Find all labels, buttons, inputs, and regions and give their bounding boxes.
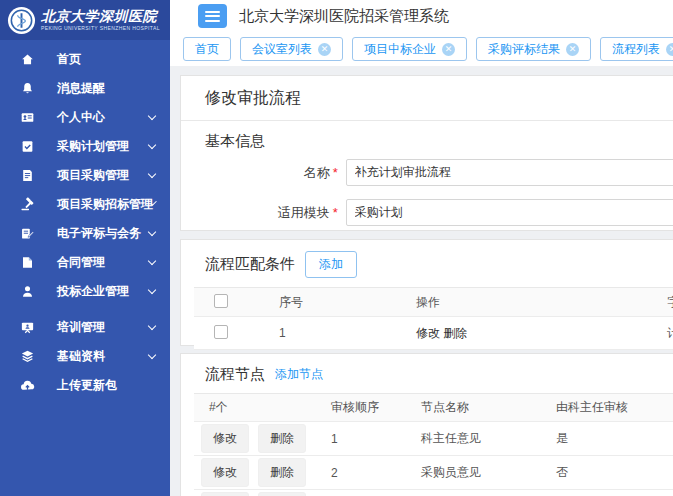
sidebar-item-home[interactable]: 首页 xyxy=(0,45,170,74)
row-actions[interactable]: 修改 删除 xyxy=(395,325,646,342)
basic-info-section-title: 基本信息 xyxy=(205,132,655,151)
tab-bar: 首页 会议室列表 ✕ 项目中标企业 ✕ 采购评标结果 ✕ 流程列表 ✕ 流程 ✕ xyxy=(170,32,673,66)
tab-project-winning-bidders[interactable]: 项目中标企业 ✕ xyxy=(352,37,467,61)
sidebar-item-base-data[interactable]: 基础资料 xyxy=(0,342,170,371)
edit-node-button[interactable]: 修改 xyxy=(201,492,249,496)
table-row: 修改 删除 1 科主任意见 是 xyxy=(194,422,673,456)
flow-nodes-table: #个 审核顺序 节点名称 由科主任审核 修改 删除 1 科主任意见 是 修改 删… xyxy=(194,393,673,496)
user-icon xyxy=(20,284,35,299)
flow-nodes-panel: 流程节点 添加节点 #个 审核顺序 节点名称 由科主任审核 修改 删除 1 科主… xyxy=(180,353,673,496)
contract-icon xyxy=(20,255,35,270)
close-icon[interactable]: ✕ xyxy=(666,43,673,56)
column-header-order: 审核顺序 xyxy=(316,399,406,416)
tab-evaluation-results[interactable]: 采购评标结果 ✕ xyxy=(476,37,591,61)
sidebar-item-label: 采购计划管理 xyxy=(57,138,149,155)
table-header-row: 序号 操作 字 xyxy=(194,287,673,317)
page-title: 修改审批流程 xyxy=(181,76,673,121)
column-header-name: 节点名称 xyxy=(406,399,541,416)
chevron-down-icon xyxy=(148,228,156,236)
table-row: 1 修改 删除 计 xyxy=(194,317,673,350)
sidebar-item-contract[interactable]: 合同管理 xyxy=(0,248,170,277)
add-node-link[interactable]: 添加节点 xyxy=(275,366,323,383)
bell-icon xyxy=(20,81,35,96)
sidebar-item-project-procurement[interactable]: 项目采购管理 xyxy=(0,161,170,190)
cloud-upload-icon xyxy=(20,378,35,393)
sidebar-item-label: 项目采购管理 xyxy=(57,167,149,184)
clipboard-check-icon xyxy=(20,139,35,154)
column-header-dept-head: 由科主任审核 xyxy=(541,399,673,416)
order-cell: 1 xyxy=(316,432,406,446)
select-all-checkbox[interactable] xyxy=(214,294,228,308)
home-icon xyxy=(20,52,35,67)
top-header: 北京大学深圳医院招采管理系统 xyxy=(170,0,673,32)
table-row-clipped: 修改 删除 xyxy=(194,490,673,496)
tab-label: 流程列表 xyxy=(612,41,660,58)
sidebar-item-label: 投标企业管理 xyxy=(57,283,149,300)
layers-icon xyxy=(20,349,35,364)
delete-node-button[interactable]: 删除 xyxy=(258,458,306,487)
hamburger-menu-button[interactable] xyxy=(198,4,227,28)
app-window: 北京大学深圳医院 PEKING UNIVERSITY SHENZHEN HOSP… xyxy=(0,0,673,496)
edit-node-button[interactable]: 修改 xyxy=(201,424,249,453)
sidebar-menu: 首页 消息提醒 个人中心 采购计划管理 项目采购管理 xyxy=(0,40,170,400)
required-asterisk: * xyxy=(333,205,338,220)
seq-cell: 1 xyxy=(258,326,395,340)
order-cell: 2 xyxy=(316,466,406,480)
sidebar-item-label: 个人中心 xyxy=(57,109,149,126)
required-asterisk: * xyxy=(333,165,338,180)
table-row: 修改 删除 2 采购员意见 否 xyxy=(194,456,673,490)
sidebar-item-e-evaluation[interactable]: 电子评标与会务 xyxy=(0,219,170,248)
tab-process-list[interactable]: 流程列表 ✕ xyxy=(600,37,673,61)
add-condition-button[interactable]: 添加 xyxy=(305,251,357,278)
close-icon[interactable]: ✕ xyxy=(566,43,579,56)
module-input[interactable] xyxy=(346,199,673,226)
sidebar-item-profile[interactable]: 个人中心 xyxy=(0,103,170,132)
name-field-label: 名称* xyxy=(181,164,338,182)
sidebar-item-label: 消息提醒 xyxy=(57,80,155,97)
tab-home[interactable]: 首页 xyxy=(183,37,231,61)
sidebar-header: 北京大学深圳医院 PEKING UNIVERSITY SHENZHEN HOSP… xyxy=(0,0,170,40)
close-icon[interactable]: ✕ xyxy=(318,43,331,56)
close-icon[interactable]: ✕ xyxy=(442,43,455,56)
tab-label: 首页 xyxy=(195,41,219,58)
delete-node-button[interactable]: 删除 xyxy=(258,424,306,453)
gavel-icon xyxy=(20,197,35,212)
column-header-seq: 序号 xyxy=(258,294,395,311)
chevron-down-icon xyxy=(148,170,156,178)
presentation-icon xyxy=(20,320,35,335)
sidebar-item-procurement-plan[interactable]: 采购计划管理 xyxy=(0,132,170,161)
match-conditions-title: 流程匹配条件 xyxy=(205,255,295,274)
chevron-down-icon xyxy=(148,351,156,359)
chevron-down-icon xyxy=(148,141,156,149)
flow-nodes-title: 流程节点 xyxy=(205,365,265,384)
hospital-logo-icon xyxy=(7,6,36,35)
sidebar: 北京大学深圳医院 PEKING UNIVERSITY SHENZHEN HOSP… xyxy=(0,0,170,496)
edit-node-button[interactable]: 修改 xyxy=(201,458,249,487)
app-title: 北京大学深圳医院招采管理系统 xyxy=(239,7,449,26)
sidebar-item-label: 电子评标与会务 xyxy=(57,225,149,242)
tab-label: 项目中标企业 xyxy=(364,41,436,58)
sidebar-item-label: 培训管理 xyxy=(57,319,149,336)
match-conditions-table: 序号 操作 字 1 修改 删除 计 xyxy=(194,287,673,350)
edit-process-panel: 修改审批流程 基本信息 名称* 适用模块* xyxy=(180,75,673,231)
chevron-down-icon xyxy=(148,322,156,330)
column-header-action: 操作 xyxy=(395,294,646,311)
sidebar-item-training[interactable]: 培训管理 xyxy=(0,313,170,342)
name-input[interactable] xyxy=(346,159,673,186)
chevron-down-icon xyxy=(148,257,156,265)
delete-node-button[interactable]: 删除 xyxy=(258,492,306,496)
tab-meeting-room-list[interactable]: 会议室列表 ✕ xyxy=(240,37,343,61)
row-checkbox[interactable] xyxy=(214,325,228,339)
name-cell: 科主任意见 xyxy=(406,430,541,447)
name-cell: 采购员意见 xyxy=(406,464,541,481)
sidebar-item-upload-package[interactable]: 上传更新包 xyxy=(0,371,170,400)
clipped-cell: 计 xyxy=(646,325,673,342)
sidebar-item-bidder-management[interactable]: 投标企业管理 xyxy=(0,277,170,306)
sidebar-item-label: 上传更新包 xyxy=(57,377,155,394)
dept-head-cell: 是 xyxy=(541,430,673,447)
document-edit-icon xyxy=(20,226,35,241)
sidebar-item-messages[interactable]: 消息提醒 xyxy=(0,74,170,103)
sidebar-item-project-bidding[interactable]: 项目采购招标管理 xyxy=(0,190,170,219)
dept-head-cell: 否 xyxy=(541,464,673,481)
sidebar-item-label: 首页 xyxy=(57,51,155,68)
